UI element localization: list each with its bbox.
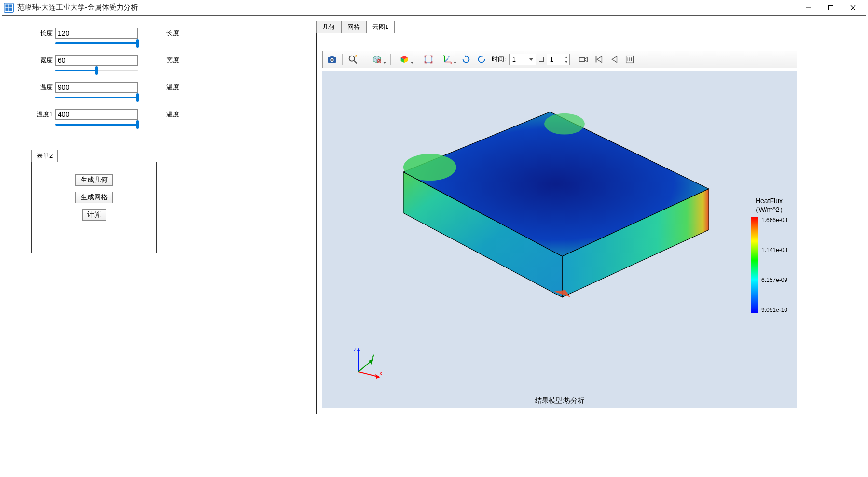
time-label: 时间: [492,55,506,64]
transparency-button[interactable] [366,53,387,66]
color-legend: HeatFlux （W/m^2） 1.666e-08 1.141e-08 6.1… [751,196,787,313]
svg-marker-37 [357,348,360,351]
legend-value-2: 1.141e-08 [761,247,787,253]
time-spinner[interactable]: 1 ▲▼ [547,54,570,65]
screenshot-button[interactable] [325,53,339,66]
app-icon [4,3,14,13]
svg-rect-26 [579,57,584,61]
svg-point-31 [544,113,585,135]
temp-slider[interactable] [55,97,138,98]
svg-line-20 [445,58,448,62]
temp1-slider[interactable] [55,124,138,126]
length-slider[interactable] [55,42,138,44]
step-end-button[interactable] [537,53,546,66]
temp1-label: 温度1 [31,110,53,119]
svg-rect-16 [402,59,403,60]
length-label: 长度 [31,29,53,38]
temp-side-label: 温度 [166,83,179,92]
zoom-button[interactable] [345,53,360,66]
viewer-toolbar: zxy 时间: 1 1 ▲▼ [322,51,797,68]
length-side-label: 长度 [166,29,179,38]
svg-text:x: x [450,61,452,64]
length-input[interactable] [55,28,138,39]
temp1-side-label: 温度 [166,110,179,119]
form-box: 生成几何 生成网格 计算 [31,162,157,253]
legend-title-2: （W/m^2） [751,205,787,214]
rotate-cw-button[interactable] [459,53,473,66]
svg-point-10 [331,59,333,61]
svg-rect-25 [539,61,544,62]
maximize-button[interactable] [820,0,842,15]
play-button[interactable] [622,53,637,66]
svg-text:z: z [354,346,357,352]
temp-input[interactable] [55,82,138,93]
time-select[interactable]: 1 [509,54,536,65]
form-tab[interactable]: 表单2 [31,150,58,162]
svg-line-12 [354,61,357,64]
svg-rect-8 [330,56,333,58]
legend-value-3: 6.157e-09 [761,277,787,283]
width-side-label: 宽度 [166,56,179,65]
tab-contour[interactable]: 云图1 [366,21,395,33]
window-title: 范峻玮-大连工业大学-金属体受力分析 [17,3,798,12]
legend-value-max: 1.666e-08 [761,217,787,224]
minimize-button[interactable] [798,0,820,15]
svg-rect-4 [829,5,833,10]
generate-geometry-button[interactable]: 生成几何 [75,174,113,186]
svg-text:y: y [448,56,450,58]
svg-text:y: y [372,352,374,359]
fit-view-button[interactable] [421,53,436,66]
legend-title-1: HeatFlux [751,196,787,205]
tab-geometry[interactable]: 几何 [316,21,341,33]
rotate-ccw-button[interactable] [474,53,489,66]
model-caption: 结果模型:热分析 [322,396,797,405]
tab-mesh[interactable]: 网格 [341,21,366,33]
svg-rect-17 [425,56,432,63]
width-label: 宽度 [31,56,53,65]
close-button[interactable] [842,0,864,15]
temp1-input[interactable] [55,109,138,120]
calculate-button[interactable]: 计算 [82,209,106,221]
colormap-button[interactable] [394,53,415,66]
axis-triad: z x y [351,345,385,379]
svg-rect-15 [401,58,402,59]
svg-text:x: x [379,370,382,377]
svg-line-39 [358,372,378,377]
svg-point-11 [349,56,355,61]
width-slider[interactable] [55,70,138,71]
axis-orientation-button[interactable]: zxy [437,53,458,66]
first-frame-button[interactable] [592,53,606,66]
svg-marker-43 [369,359,373,365]
svg-line-42 [358,361,372,372]
legend-colorbar [751,217,758,313]
3d-canvas[interactable]: z x y HeatFlux （W/m^2） [322,71,797,408]
legend-value-min: 9.051e-10 [761,307,787,313]
camera-button[interactable] [576,53,591,66]
generate-mesh-button[interactable]: 生成网格 [75,192,113,203]
svg-text:z: z [443,54,445,57]
temp-label: 温度 [31,83,53,92]
width-input[interactable] [55,55,138,66]
prev-frame-button[interactable] [607,53,621,66]
